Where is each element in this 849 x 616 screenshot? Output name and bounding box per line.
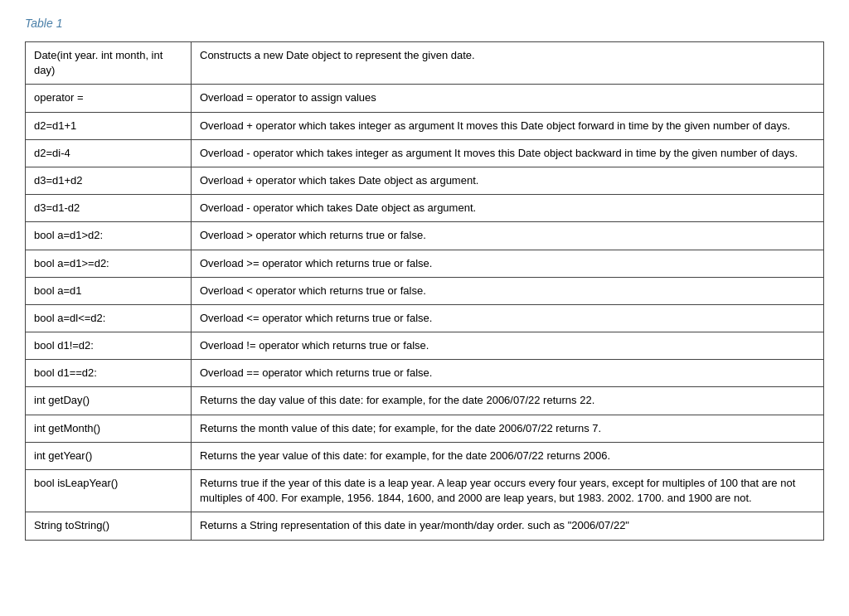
table-row: d3=d1-d2Overload - operator which takes … (26, 195, 824, 222)
cell-col2: Overload - operator which takes integer … (192, 139, 824, 167)
table-row: bool a=d1>d2:Overload > operator which r… (26, 222, 824, 250)
table-title: Table 1 (25, 17, 824, 30)
cell-col1: d2=di-4 (26, 139, 192, 167)
cell-col1: bool a=d1>d2: (26, 222, 192, 250)
cell-col2: Constructs a new Date object to represen… (192, 42, 824, 85)
cell-col1: bool isLeapYear() (26, 470, 192, 512)
data-table: Date(int year. int month, int day)Constr… (25, 41, 824, 541)
cell-col1: bool a=dl<=d2: (26, 304, 192, 332)
table-row: bool d1==d2:Overload == operator which r… (26, 360, 824, 387)
table-row: bool isLeapYear()Returns true if the yea… (26, 470, 824, 512)
cell-col2: Overload != operator which returns true … (192, 332, 824, 360)
cell-col2: Returns the year value of this date: for… (192, 442, 824, 469)
table-row: d2=di-4Overload - operator which takes i… (26, 139, 824, 167)
table-row: bool a=d1>=d2:Overload >= operator which… (26, 250, 824, 277)
table-row: d3=d1+d2Overload + operator which takes … (26, 167, 824, 194)
cell-col2: Returns a String representation of this … (192, 512, 824, 540)
cell-col2: Returns true if the year of this date is… (192, 470, 824, 512)
table-row: bool d1!=d2:Overload != operator which r… (26, 332, 824, 360)
cell-col2: Overload > operator which returns true o… (192, 222, 824, 250)
cell-col1: Date(int year. int month, int day) (26, 42, 192, 85)
cell-col1: int getMonth() (26, 415, 192, 442)
table-row: operator =Overload = operator to assign … (26, 85, 824, 112)
cell-col2: Overload >= operator which returns true … (192, 250, 824, 277)
cell-col1: bool d1!=d2: (26, 332, 192, 360)
cell-col1: int getYear() (26, 442, 192, 469)
cell-col2: Overload + operator which takes Date obj… (192, 167, 824, 194)
table-row: int getMonth()Returns the month value of… (26, 415, 824, 442)
cell-col2: Overload + operator which takes integer … (192, 112, 824, 139)
table-row: int getDay()Returns the day value of thi… (26, 387, 824, 415)
cell-col1: d3=d1+d2 (26, 167, 192, 194)
cell-col1: bool d1==d2: (26, 360, 192, 387)
cell-col2: Overload == operator which returns true … (192, 360, 824, 387)
cell-col1: operator = (26, 85, 192, 112)
table-row: String toString()Returns a String repres… (26, 512, 824, 540)
cell-col1: bool a=d1 (26, 277, 192, 304)
cell-col1: d3=d1-d2 (26, 195, 192, 222)
table-row: int getYear()Returns the year value of t… (26, 442, 824, 469)
cell-col2: Returns the day value of this date: for … (192, 387, 824, 415)
table-row: d2=d1+1Overload + operator which takes i… (26, 112, 824, 139)
cell-col2: Overload < operator which returns true o… (192, 277, 824, 304)
cell-col1: d2=d1+1 (26, 112, 192, 139)
cell-col1: String toString() (26, 512, 192, 540)
table-row: bool a=d1Overload < operator which retur… (26, 277, 824, 304)
cell-col1: bool a=d1>=d2: (26, 250, 192, 277)
table-row: Date(int year. int month, int day)Constr… (26, 42, 824, 85)
table-row: bool a=dl<=d2:Overload <= operator which… (26, 304, 824, 332)
cell-col2: Overload - operator which takes Date obj… (192, 195, 824, 222)
cell-col2: Returns the month value of this date; fo… (192, 415, 824, 442)
cell-col1: int getDay() (26, 387, 192, 415)
cell-col2: Overload = operator to assign values (192, 85, 824, 112)
cell-col2: Overload <= operator which returns true … (192, 304, 824, 332)
